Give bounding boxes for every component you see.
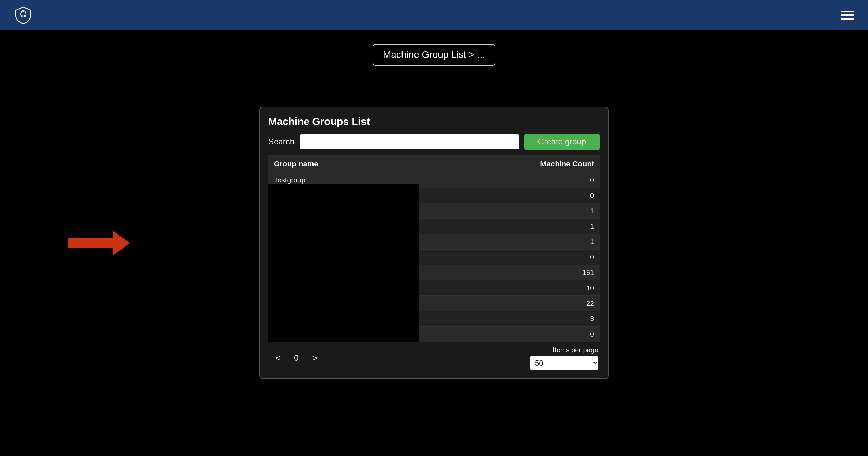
items-per-page-section: Items per page 50 25 100 [530, 346, 598, 370]
col-header-machine-count: Machine Count [524, 155, 600, 173]
hamburger-menu-icon[interactable] [841, 11, 854, 20]
prev-page-button[interactable]: < [270, 352, 286, 365]
breadcrumb-container: Machine Group List > ... [0, 44, 868, 66]
pagination-row: < 0 > Items per page 50 25 100 [268, 346, 600, 370]
main-panel-container: Machine Groups List Search Create group … [0, 107, 868, 379]
next-page-button[interactable]: > [307, 352, 323, 365]
cell-machine-count: 3 [524, 311, 600, 326]
create-group-button[interactable]: Create group [524, 134, 600, 150]
search-label: Search [268, 137, 294, 147]
cell-machine-count: 1 [524, 234, 600, 249]
table-header: Group name Machine Count [268, 155, 600, 173]
items-per-page-select[interactable]: 50 25 100 [530, 356, 598, 370]
current-page: 0 [294, 353, 298, 363]
table-body-container: Testgroup001110151102230 [268, 173, 600, 342]
cell-machine-count: 0 [524, 173, 600, 188]
machine-groups-panel: Machine Groups List Search Create group … [259, 107, 609, 379]
cell-machine-count: 0 [524, 250, 600, 265]
header [0, 0, 868, 30]
red-arrow-icon [68, 233, 130, 253]
pagination-controls: < 0 > [270, 352, 323, 365]
cell-machine-count: 1 [524, 219, 600, 234]
search-input[interactable] [300, 134, 519, 149]
cell-machine-count: 0 [524, 327, 600, 342]
machine-groups-table: Group name Machine Count Testgroup001110… [268, 155, 600, 342]
breadcrumb-text: Machine Group List > ... [383, 49, 485, 60]
search-row: Search Create group [268, 134, 600, 150]
col-header-group-name: Group name [268, 155, 524, 173]
breadcrumb[interactable]: Machine Group List > ... [373, 44, 495, 66]
cell-machine-count: 10 [524, 280, 600, 295]
redacted-names-overlay [268, 184, 419, 342]
cell-machine-count: 0 [524, 188, 600, 203]
cell-machine-count: 1 [524, 203, 600, 218]
arrow-pointer [68, 233, 130, 253]
panel-title: Machine Groups List [268, 116, 600, 127]
cell-machine-count: 151 [524, 265, 600, 280]
logo [14, 5, 33, 25]
cell-machine-count: 22 [524, 296, 600, 311]
items-per-page-label: Items per page [553, 346, 598, 354]
